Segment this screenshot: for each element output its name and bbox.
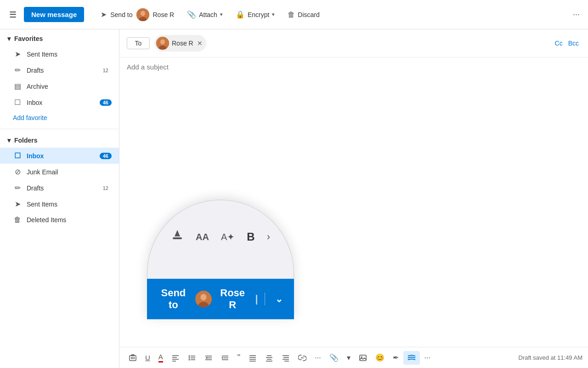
folders-section: ▾ Folders ☐ Inbox 46 ⊘ Junk Email ✏ Draf… [0,131,119,230]
favorites-chevron: ▾ [7,35,11,42]
svg-marker-33 [222,357,224,359]
sidebar-item-inbox-fav[interactable]: ☐ Inbox 46 [0,94,119,110]
quote-btn[interactable]: " [234,350,244,365]
subject-row [119,58,588,77]
send-large-avatar [195,291,212,307]
folders-header[interactable]: ▾ Folders [0,133,119,148]
sidebar: ▾ Favorites ➤ Sent Items ✏ Drafts 12 ▤ A… [0,29,119,368]
arc-toolbar: AA A✦ B › [147,227,294,247]
inbox-label: Inbox [27,152,95,160]
discard-icon: 🗑 [288,11,295,19]
arc-bold-tool[interactable]: B [245,229,256,245]
add-favorite-link[interactable]: Add favorite [0,110,119,125]
recipient-name: Rose R [172,40,193,47]
archive-label: Archive [27,83,112,90]
decrease-indent-btn[interactable] [201,351,216,365]
recipient-remove-button[interactable]: ✕ [197,40,203,47]
sidebar-item-sent-fav[interactable]: ➤ Sent Items [0,46,119,62]
image-btn[interactable] [355,351,371,365]
cc-bcc-area: Cc Bcc [553,39,581,48]
junk-label: Junk Email [27,168,112,176]
arc-fontsize-tool[interactable]: AA [194,229,211,245]
arc-ai-font-tool[interactable]: A✦ [219,229,237,245]
sidebar-item-deleted[interactable]: 🗑 Deleted Items [0,212,119,228]
sidebar-item-inbox[interactable]: ☐ Inbox 46 [0,148,119,164]
compose-body[interactable]: AA A✦ B › Send to [119,77,588,347]
svg-point-48 [361,356,362,357]
svg-marker-7 [175,230,180,236]
inbox-fav-badge: 46 [100,99,112,106]
main-layout: ▾ Favorites ➤ Sent Items ✏ Drafts 12 ▤ A… [0,29,588,368]
underline-btn[interactable]: U [141,351,154,364]
discard-label: Discard [298,11,319,18]
favorites-section: ▾ Favorites ➤ Sent Items ✏ Drafts 12 ▤ A… [0,29,119,127]
draft-status: Draft saved at 11:49 AM [519,354,582,361]
junk-icon: ⊘ [13,167,22,176]
attach-chevron: ▾ [220,12,223,17]
bottom-more-btn[interactable]: ··· [311,351,324,365]
drafts-folder-icon: ✏ [13,184,22,192]
arc-highlight-tool[interactable] [169,227,186,247]
arc-more-tool[interactable]: › [265,229,272,245]
attach-bottom-btn[interactable]: 📎 [326,351,342,365]
immersive-reader-btn[interactable] [403,351,420,365]
increase-indent-btn[interactable] [217,351,233,365]
svg-point-24 [188,359,190,360]
archive-icon: ▤ [13,82,22,91]
drafts-badge: 12 [100,67,112,74]
encrypt-button[interactable]: 🔒 Encrypt ▾ [230,7,280,22]
discard-button[interactable]: 🗑 Discard [282,8,325,22]
link-btn[interactable] [294,351,310,365]
justify-center-btn[interactable] [261,351,277,365]
font-color-btn[interactable]: A [155,350,167,365]
justify-left-btn[interactable] [245,351,260,365]
svg-point-1 [141,11,145,16]
sidebar-item-archive[interactable]: ▤ Archive [0,78,119,94]
svg-marker-29 [205,357,207,359]
compose-area: To Rose R ✕ Cc Bcc [119,29,588,368]
drafts-folder-label: Drafts [27,184,95,192]
drafts-label: Drafts [27,67,95,74]
toolbar-actions: ➤ Send to Rose R 📎 Attach ▾ 🔒 Encrypt ▾ [95,6,582,24]
send-large-name: Rose R [218,287,247,311]
subject-input[interactable] [127,63,581,71]
bcc-button[interactable]: Bcc [566,39,581,48]
cc-button[interactable]: Cc [553,39,565,48]
bottom-ellipsis-btn[interactable]: ··· [421,351,434,365]
svg-rect-6 [173,237,182,239]
sent-icon: ➤ [13,50,22,58]
sidebar-divider [0,129,119,129]
attach-dropdown-btn[interactable]: ▾ [343,351,354,365]
send-large-button[interactable]: Send to Rose R | ⌄ [147,279,294,319]
floating-arc: AA A✦ B › Send to [147,200,294,319]
top-toolbar: ☰ New message ➤ Send to Rose R 📎 Attach … [0,0,588,29]
recipient-avatar [156,37,169,50]
folders-chevron: ▾ [7,137,11,144]
send-large-chevron: ⌄ [275,293,283,305]
bullet-list-btn[interactable] [184,351,200,365]
favorites-label: Favorites [14,35,43,42]
inbox-badge: 46 [100,153,112,159]
emoji-btn[interactable]: 😊 [372,351,388,365]
signature-btn[interactable]: ✒ [389,351,402,365]
align-left-btn[interactable] [168,351,183,365]
sent-folder-icon: ➤ [13,200,22,208]
attach-icon: 📎 [187,10,196,19]
sidebar-item-junk[interactable]: ⊘ Junk Email [0,164,119,180]
justify-right-btn[interactable] [278,351,294,365]
new-message-button[interactable]: New message [24,7,84,22]
toolbar-more-button[interactable]: ··· [570,7,582,22]
send-to-avatar [136,8,149,21]
hamburger-button[interactable]: ☰ [6,6,20,23]
favorites-header[interactable]: ▾ Favorites [0,31,119,46]
sidebar-item-sent[interactable]: ➤ Sent Items [0,196,119,212]
encrypt-label: Encrypt [248,11,269,18]
deleted-label: Deleted Items [27,216,112,224]
send-to-label: Send to [110,11,132,18]
attach-button[interactable]: 📎 Attach ▾ [181,7,228,22]
sidebar-item-drafts[interactable]: ✏ Drafts 12 [0,180,119,196]
svg-point-22 [188,357,190,358]
discard-btn[interactable] [125,351,141,365]
send-to-button[interactable]: ➤ Send to Rose R [95,6,180,24]
sidebar-item-drafts-fav[interactable]: ✏ Drafts 12 [0,62,119,78]
